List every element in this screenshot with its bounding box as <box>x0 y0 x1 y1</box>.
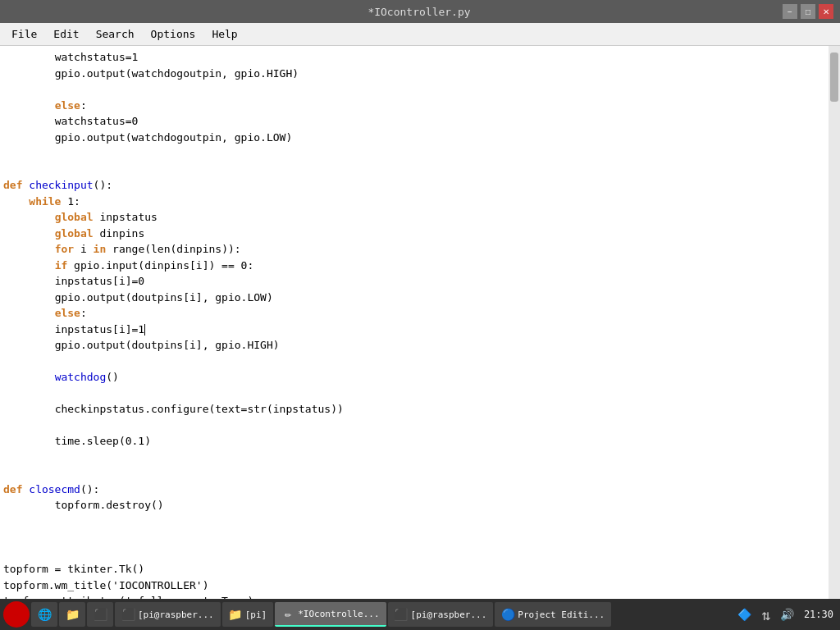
files-icon: 📁 <box>66 608 79 621</box>
network-icon[interactable]: ⇅ <box>758 606 774 623</box>
taskbar-folder[interactable]: 📁 [pi] <box>222 602 274 627</box>
terminal3-label: [pi@raspber... <box>411 609 487 620</box>
taskbar-editor[interactable]: ✏️ *IOcontrolle... <box>275 602 386 627</box>
code-line <box>3 418 822 434</box>
terminal3-icon: ⬛ <box>395 608 408 621</box>
editor-icon: ✏️ <box>281 607 294 620</box>
code-line <box>3 354 822 370</box>
menu-file[interactable]: File <box>3 25 45 43</box>
menu-options[interactable]: Options <box>143 25 204 43</box>
menu-edit[interactable]: Edit <box>45 25 87 43</box>
start-button[interactable] <box>3 601 30 628</box>
code-line: watchstatus=0 <box>3 113 822 130</box>
code-line <box>3 465 822 482</box>
title-bar: *IOcontroller.py − □ ✕ <box>0 0 840 23</box>
code-line: topform.wm_title('IOCONTROLLER') <box>3 578 822 594</box>
code-line: topform.attributes('-fullscreen', True) <box>3 593 822 599</box>
minimize-button[interactable]: − <box>783 4 797 19</box>
code-line <box>3 162 822 178</box>
code-line: if gpio.input(dinpins[i]) == 0: <box>3 258 822 274</box>
code-line: gpio.output(watchdogoutpin, gpio.HIGH) <box>3 66 822 82</box>
code-line: gpio.output(watchdogoutpin, gpio.LOW) <box>3 130 822 146</box>
terminal1-icon: ⬛ <box>94 608 107 621</box>
code-line: time.sleep(0.1) <box>3 433 822 450</box>
code-line: else: <box>3 98 822 114</box>
taskbar-terminal1[interactable]: ⬛ <box>87 602 113 627</box>
code-line: gpio.output(doutpins[i], gpio.HIGH) <box>3 337 822 354</box>
vertical-scrollbar[interactable] <box>829 46 840 599</box>
bluetooth-icon[interactable]: 🔷 <box>737 606 753 623</box>
svg-point-1 <box>12 609 15 611</box>
taskbar-browser[interactable]: 🌐 <box>31 602 57 627</box>
code-line: def closecmd(): <box>3 482 822 498</box>
code-line <box>3 514 822 530</box>
system-clock: 21:30 <box>801 609 837 620</box>
code-line: inpstatus[i]=0 <box>3 273 822 290</box>
projecteditor-label: Project Editi... <box>518 609 605 620</box>
code-line: global dinpins <box>3 226 822 242</box>
svg-point-3 <box>11 612 13 614</box>
browser-icon: 🌐 <box>38 608 51 621</box>
editor-label: *IOcontrolle... <box>298 609 379 619</box>
folder-label: [pi] <box>245 609 267 620</box>
code-line <box>3 81 822 98</box>
code-line: else: <box>3 305 822 322</box>
code-line <box>3 145 822 162</box>
code-line <box>3 386 822 402</box>
svg-rect-5 <box>15 615 17 619</box>
terminal2-label: [pi@raspber... <box>138 609 214 620</box>
code-line: watchdog() <box>3 369 822 386</box>
code-line: watchstatus=1 <box>3 49 822 66</box>
taskbar-terminal3[interactable]: ⬛ [pi@raspber... <box>388 602 494 627</box>
code-line <box>3 529 822 546</box>
folder-icon: 📁 <box>229 608 242 621</box>
taskbar: 🌐 📁 ⬛ ⬛ [pi@raspber... 📁 [pi] ✏️ *IOcont… <box>0 599 840 630</box>
code-line: checkinpstatus.configure(text=str(inpsta… <box>3 401 822 418</box>
scrollbar-thumb[interactable] <box>830 52 838 102</box>
window-controls[interactable]: − □ ✕ <box>783 4 833 19</box>
text-cursor <box>144 324 145 336</box>
code-line <box>3 450 822 466</box>
code-content[interactable]: watchstatus=1 gpio.output(watchdogoutpin… <box>0 46 829 599</box>
code-scroll[interactable]: watchstatus=1 gpio.output(watchdogoutpin… <box>0 46 829 599</box>
maximize-button[interactable]: □ <box>801 4 815 19</box>
close-button[interactable]: ✕ <box>819 4 833 19</box>
code-line: topform.destroy() <box>3 497 822 514</box>
systray: 🔷 ⇅ 🔊 21:30 <box>737 606 837 623</box>
svg-point-4 <box>19 612 21 614</box>
code-line: inpstatus[i]=1 <box>3 322 822 338</box>
code-line: def checkinput(): <box>3 177 822 194</box>
taskbar-terminal2[interactable]: ⬛ [pi@raspber... <box>115 602 221 627</box>
code-line: while 1: <box>3 194 822 210</box>
code-line <box>3 546 822 562</box>
code-line: for i in range(len(dinpins)): <box>3 241 822 258</box>
terminal2-icon: ⬛ <box>121 608 135 621</box>
taskbar-projecteditor[interactable]: 🔵 Project Editi... <box>495 602 611 627</box>
volume-icon[interactable]: 🔊 <box>779 606 796 623</box>
code-line: topform = tkinter.Tk() <box>3 561 822 578</box>
window-title: *IOcontroller.py <box>56 6 783 18</box>
editor-area: watchstatus=1 gpio.output(watchdogoutpin… <box>0 46 840 599</box>
menu-help[interactable]: Help <box>203 25 245 43</box>
menu-search[interactable]: Search <box>88 25 143 43</box>
taskbar-files[interactable]: 📁 <box>59 602 85 627</box>
menu-bar: File Edit Search Options Help <box>0 23 840 46</box>
code-line: global inpstatus <box>3 209 822 226</box>
projecteditor-icon: 🔵 <box>501 608 514 621</box>
raspberry-icon <box>8 606 25 623</box>
svg-point-2 <box>18 609 21 611</box>
code-line: gpio.output(doutpins[i], gpio.LOW) <box>3 290 822 306</box>
